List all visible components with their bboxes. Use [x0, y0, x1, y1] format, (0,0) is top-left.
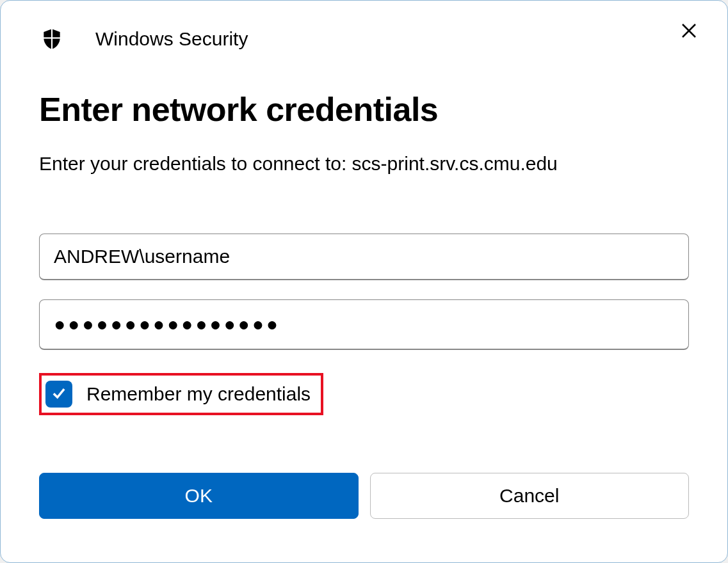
remember-credentials-label: Remember my credentials: [86, 383, 317, 405]
remember-credentials-checkbox[interactable]: [45, 381, 72, 408]
credentials-dialog: Windows Security Enter network credentia…: [0, 0, 728, 563]
close-button[interactable]: [676, 19, 702, 44]
dialog-heading: Enter network credentials: [39, 90, 689, 129]
dialog-subheading: Enter your credentials to connect to: sc…: [39, 153, 689, 175]
shield-icon: [39, 26, 65, 52]
button-row: OK Cancel: [1, 473, 727, 519]
check-icon: [50, 384, 68, 404]
ok-button[interactable]: OK: [39, 473, 359, 519]
username-input[interactable]: [39, 234, 689, 280]
close-icon: [679, 21, 699, 42]
cancel-button[interactable]: Cancel: [370, 473, 690, 519]
svg-rect-1: [43, 37, 61, 38]
svg-rect-0: [51, 28, 53, 51]
titlebar: Windows Security: [1, 1, 727, 52]
remember-credentials-row[interactable]: Remember my credentials: [39, 373, 323, 415]
password-input[interactable]: ●●●●●●●●●●●●●●●●: [39, 299, 689, 350]
titlebar-title: Windows Security: [95, 28, 248, 50]
dialog-content: Enter network credentials Enter your cre…: [1, 52, 727, 415]
